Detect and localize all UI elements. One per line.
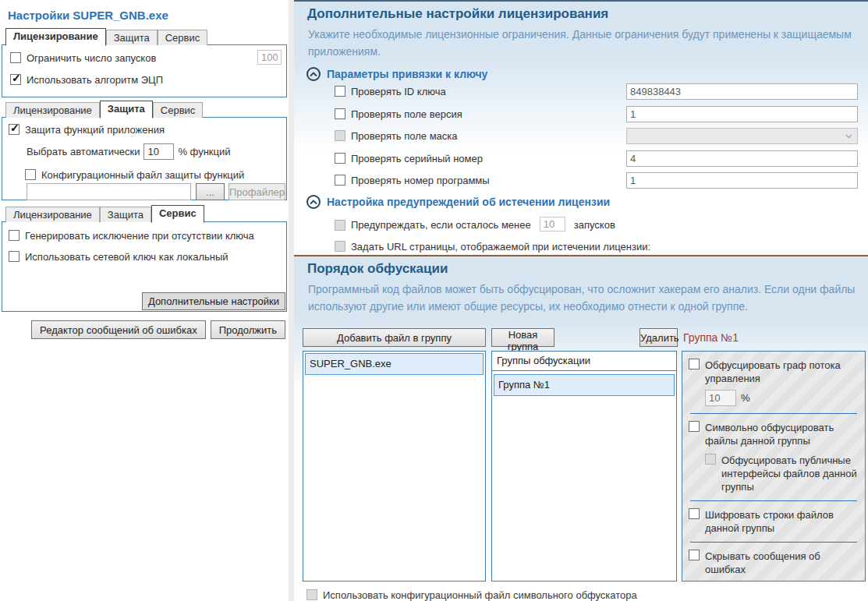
chevron-up-icon bbox=[310, 72, 317, 77]
hide-errors-checkbox[interactable] bbox=[689, 550, 700, 560]
file-list-item[interactable]: SUPER_GNB.exe bbox=[305, 353, 484, 375]
tab-licensing[interactable]: Лицензирование bbox=[5, 207, 100, 222]
limit-launches-input[interactable] bbox=[257, 50, 282, 65]
error-messages-editor-button[interactable]: Редактор сообщений об ошибках bbox=[31, 320, 206, 339]
obfuscation-section: Порядок обфускации Программный код файло… bbox=[294, 255, 868, 601]
generate-exception-checkbox[interactable] bbox=[9, 230, 19, 241]
config-file-checkbox[interactable] bbox=[25, 169, 36, 180]
expiry-url-label: Задать URL страницы, отображаемой при ис… bbox=[351, 241, 650, 253]
network-key-label: Использовать сетевой ключ как локальный bbox=[25, 251, 229, 263]
collapse-circle-icon[interactable] bbox=[306, 67, 321, 81]
generate-exception-label: Генерировать исключение при отсутствии к… bbox=[25, 230, 254, 242]
check-version-row: Проверять поле версия bbox=[335, 108, 462, 121]
limit-launches-checkbox[interactable] bbox=[10, 52, 21, 63]
expiry-warnings-title: Настройка предупреждений об истечении ли… bbox=[327, 196, 610, 208]
licensing-section-description: Укажите необходимые лицензионные огранич… bbox=[308, 26, 854, 60]
group-list-item[interactable]: Группа №1 bbox=[494, 374, 675, 396]
protect-functions-label: Защита функций приложения bbox=[25, 124, 165, 136]
symbol-obfuscate-checkbox[interactable] bbox=[689, 421, 700, 432]
groups-listbox[interactable]: Группы обфускации Группа №1 bbox=[491, 351, 677, 582]
symbol-config-file-label: Использовать конфигурационный файл симво… bbox=[323, 589, 637, 601]
tab-content-service: Генерировать исключение при отсутствии к… bbox=[2, 221, 287, 312]
check-serial-checkbox[interactable] bbox=[335, 153, 345, 164]
obfuscation-section-description: Программный код файлов может быть обфусц… bbox=[308, 281, 863, 315]
tab-content-licensing: Ограничить число запусков Использовать а… bbox=[2, 44, 287, 97]
network-key-row: Использовать сетевой ключ как локальный bbox=[9, 251, 229, 263]
check-serial-label: Проверять серийный номер bbox=[351, 153, 483, 165]
tab-protection[interactable]: Защита bbox=[106, 30, 158, 45]
public-interfaces-label: Обфусцировать публичные интерфейсы файло… bbox=[721, 454, 859, 493]
cfg-percent-input[interactable] bbox=[705, 390, 736, 406]
check-version-checkbox[interactable] bbox=[335, 108, 345, 119]
serial-number-input[interactable] bbox=[626, 150, 858, 167]
auto-percent-input[interactable] bbox=[143, 143, 174, 160]
tab-protection[interactable]: Защита bbox=[100, 101, 153, 118]
ecp-row: Использовать алгоритм ЭЦП bbox=[10, 74, 163, 87]
encrypt-strings-label: Шифровать строки файлов данной группы bbox=[705, 508, 859, 535]
check-mask-checkbox[interactable] bbox=[335, 130, 345, 141]
add-file-to-group-button[interactable]: Добавить файл в группу bbox=[303, 328, 486, 347]
tab-licensing[interactable]: Лицензирование bbox=[5, 102, 100, 118]
symbol-config-file-checkbox[interactable] bbox=[306, 589, 317, 600]
warn-remaining-prefix: Предупреждать, если осталось менее bbox=[351, 219, 531, 232]
warn-remaining-input[interactable] bbox=[540, 217, 565, 232]
check-program-label: Проверять номер программы bbox=[351, 175, 490, 187]
encrypt-strings-checkbox[interactable] bbox=[689, 508, 700, 519]
public-interfaces-row: Обфусцировать публичные интерфейсы файло… bbox=[705, 454, 859, 493]
check-program-checkbox[interactable] bbox=[335, 175, 345, 186]
protect-functions-checkbox[interactable] bbox=[9, 124, 19, 135]
generate-exception-row: Генерировать исключение при отсутствии к… bbox=[9, 230, 254, 242]
left-bottom-buttons: Редактор сообщений об ошибках Продолжить bbox=[0, 320, 285, 339]
delete-button[interactable]: Удалить bbox=[639, 328, 678, 347]
tab-protection[interactable]: Защита bbox=[100, 207, 151, 222]
mask-dropdown[interactable] bbox=[626, 128, 858, 144]
tabgroup-service: Лицензирование Защита Сервис Генерироват… bbox=[2, 204, 287, 312]
options-divider bbox=[690, 500, 857, 501]
check-key-id-row: Проверять ID ключа bbox=[335, 86, 446, 98]
tabstrip: Лицензирование Защита Сервис bbox=[5, 204, 287, 222]
public-interfaces-checkbox[interactable] bbox=[705, 454, 716, 465]
tab-licensing[interactable]: Лицензирование bbox=[5, 28, 106, 46]
expiry-url-checkbox[interactable] bbox=[335, 241, 345, 252]
selected-group-label: Группа №1 bbox=[683, 331, 739, 344]
config-file-label: Конфигурационный файл защиты функций bbox=[41, 169, 244, 182]
groups-list-header: Группы обфускации bbox=[492, 352, 676, 371]
files-listbox[interactable]: SUPER_GNB.exe bbox=[303, 351, 486, 582]
chevron-up-icon bbox=[310, 200, 317, 205]
version-input[interactable] bbox=[626, 106, 858, 122]
hide-errors-row: Скрывать сообщения об ошибках bbox=[689, 550, 859, 576]
browse-button[interactable]: ... bbox=[196, 183, 225, 200]
advanced-settings-button[interactable]: Дополнительные настройки bbox=[142, 292, 285, 310]
check-program-row: Проверять номер программы bbox=[335, 175, 490, 187]
auto-select-prefix: Выбрать автоматически bbox=[27, 146, 140, 157]
encrypt-strings-row: Шифровать строки файлов данной группы bbox=[689, 508, 859, 535]
auto-select-suffix: % функций bbox=[178, 146, 230, 157]
new-group-button[interactable]: Новая группа bbox=[491, 328, 554, 347]
tab-service[interactable]: Сервис bbox=[153, 102, 204, 118]
check-version-label: Проверять поле версия bbox=[351, 108, 462, 121]
cfg-obfuscate-row: Обфусцировать граф потока управления bbox=[689, 359, 859, 385]
app-window: Настройки SUPER_GNB.exe Лицензирование З… bbox=[0, 0, 868, 601]
program-number-input[interactable] bbox=[626, 172, 858, 189]
tabstrip: Лицензирование Защита Сервис bbox=[5, 100, 287, 118]
tab-service[interactable]: Сервис bbox=[158, 30, 208, 45]
collapse-circle-icon[interactable] bbox=[306, 195, 321, 209]
config-file-path-input[interactable] bbox=[27, 183, 191, 200]
licensing-section-title: Дополнительные настройки лицензирования bbox=[307, 6, 608, 22]
panel-separator bbox=[289, 0, 294, 601]
warn-remaining-checkbox[interactable] bbox=[335, 220, 345, 231]
settings-panel: Настройки SUPER_GNB.exe Лицензирование З… bbox=[0, 0, 289, 601]
limit-launches-label: Ограничить число запусков bbox=[27, 52, 156, 65]
cfg-obfuscate-checkbox[interactable] bbox=[689, 359, 700, 369]
tab-service[interactable]: Сервис bbox=[151, 205, 204, 223]
tab-content-protection: Защита функций приложения Выбрать автома… bbox=[2, 117, 287, 200]
continue-button[interactable]: Продолжить bbox=[211, 320, 285, 339]
config-file-row: Конфигурационный файл защиты функций bbox=[25, 169, 244, 182]
key-id-input[interactable] bbox=[626, 83, 858, 100]
network-key-checkbox[interactable] bbox=[9, 251, 19, 262]
ecp-checkbox[interactable] bbox=[10, 74, 21, 85]
profiler-button[interactable]: Профайлер bbox=[229, 183, 285, 200]
warn-remaining-suffix: запусков bbox=[574, 219, 615, 232]
check-key-id-checkbox[interactable] bbox=[335, 86, 345, 97]
options-divider bbox=[690, 413, 857, 414]
